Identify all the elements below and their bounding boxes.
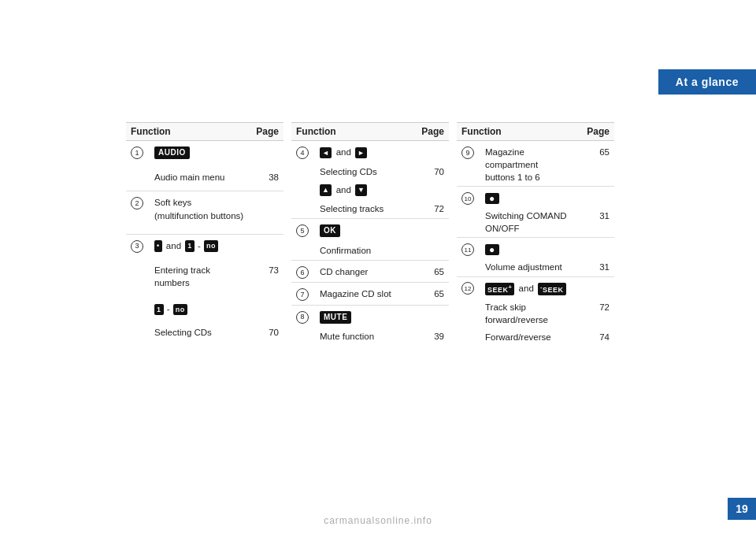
circle-11: 11 — [461, 243, 474, 256]
table-row: Volume adjustment 31 — [457, 258, 614, 276]
mag-comp-page: 65 — [582, 141, 614, 187]
table2-header-function: Function — [291, 123, 411, 141]
dash-text: - — [198, 241, 201, 250]
selecting-cds-page2: 70 — [411, 163, 449, 181]
table-row: 3 • and 1 - no — [126, 234, 284, 261]
table-row: Confirmation — [291, 242, 449, 261]
table-row: 1 AUDIO — [126, 141, 284, 169]
table1-header-function: Function — [126, 123, 251, 141]
table-row: 6 CD changer 65 — [291, 261, 449, 283]
table-row: 9 Magazine compartmentbuttons 1 to 6 65 — [457, 141, 614, 187]
selecting-cds-desc2: Selecting CDs — [315, 163, 411, 181]
table-row: Selecting tracks 72 — [291, 200, 449, 219]
track-skip-page: 72 — [582, 299, 614, 328]
and-text2: and — [336, 147, 351, 157]
mag-cd-slot-page: 65 — [411, 283, 449, 305]
table-row: 5 OK — [291, 219, 449, 242]
fwd-rev-desc: Forward/reverse — [480, 328, 582, 346]
no-badge: no — [204, 240, 218, 252]
mute-page: 39 — [411, 328, 449, 346]
table-1: Function Page 1 AUDIO Audio main menu 38… — [126, 122, 284, 346]
selecting-tracks-desc: Selecting tracks — [315, 200, 411, 219]
one-badge: 1 — [185, 240, 195, 252]
table-row: 8 MUTE — [291, 305, 449, 328]
and-text4: and — [519, 284, 534, 293]
circle-3: 3 — [131, 240, 143, 253]
page-number: 19 — [728, 498, 756, 520]
table-row: Forward/reverse 74 — [457, 328, 614, 346]
down-badge: ▼ — [355, 184, 367, 196]
vol-desc: Volume adjustment — [480, 258, 582, 276]
table-row: ▲ and ▼ — [291, 181, 449, 200]
table-row: 4 ◄ and ► — [291, 141, 449, 163]
confirmation-desc: Confirmation — [315, 242, 411, 261]
mag-comp-desc: Magazine compartmentbuttons 1 to 6 — [480, 141, 582, 187]
dash-text2: - — [167, 304, 170, 313]
selecting-cds-page1: 70 — [251, 324, 284, 347]
mag-cd-slot-desc: Magazine CD slot — [315, 283, 411, 305]
prev-badge: ◄ — [320, 147, 332, 159]
selecting-tracks-page: 72 — [411, 200, 449, 219]
vol-badge: ● — [485, 244, 499, 255]
fwd-rev-page: 74 — [582, 328, 614, 346]
comand-desc: Switching COMANDON/OFF — [480, 207, 582, 238]
circle-8: 8 — [296, 311, 309, 324]
audio-description: Audio main menu — [150, 169, 251, 191]
circle-5: 5 — [296, 224, 309, 237]
circle-4: 4 — [296, 146, 309, 159]
mute-badge: MUTE — [320, 311, 351, 324]
at-a-glance-banner: At a glance — [658, 69, 756, 95]
table-row: Mute function 39 — [291, 328, 449, 346]
table-row: 11 ● — [457, 238, 614, 258]
power-badge: ● — [485, 193, 499, 204]
vol-page: 31 — [582, 258, 614, 276]
track-skip-desc: Track skipforward/reverse — [480, 299, 582, 328]
cd-changer-desc: CD changer — [315, 261, 411, 283]
table-row: Selecting CDs 70 — [126, 324, 284, 347]
ok-badge: OK — [320, 224, 340, 237]
comand-page: 31 — [582, 207, 614, 238]
cd-changer-page: 65 — [411, 261, 449, 283]
table3-header-function: Function — [457, 123, 582, 141]
selecting-cds-desc1: Selecting CDs — [150, 324, 251, 347]
next-badge: ► — [355, 147, 367, 159]
circle-9: 9 — [461, 146, 474, 159]
table-row: 7 Magazine CD slot 65 — [291, 283, 449, 305]
table-row: Track skipforward/reverse 72 — [457, 299, 614, 328]
table-row: Switching COMANDON/OFF 31 — [457, 207, 614, 238]
table-row: Entering track numbers 73 — [126, 261, 284, 300]
table-row: 2 Soft keys(multifunction buttons) — [126, 191, 284, 234]
dot-badge: • — [154, 240, 162, 252]
table-row: Audio main menu 38 — [126, 169, 284, 191]
one-badge2: 1 — [154, 304, 164, 316]
circle-10: 10 — [461, 192, 474, 205]
table1-header-page: Page — [251, 123, 284, 141]
audio-badge: AUDIO — [154, 146, 190, 159]
circle-2: 2 — [131, 197, 143, 210]
table-row: Selecting CDs 70 — [291, 163, 449, 181]
table-row: 12 SEEK+ and -SEEK — [457, 276, 614, 299]
table-row: 10 ● — [457, 187, 614, 207]
track-numbers-page: 73 — [251, 261, 284, 300]
table-row: 1 - no — [126, 300, 284, 324]
softkeys-description: Soft keys(multifunction buttons) — [150, 191, 284, 234]
table3-header-page: Page — [582, 123, 614, 141]
table-2: Function Page 4 ◄ and ► Selecting CDs 70 — [291, 122, 449, 346]
circle-12: 12 — [461, 282, 474, 295]
seek-minus-badge: -SEEK — [538, 283, 566, 296]
and-text: and — [166, 241, 181, 250]
table-3: Function Page 9 Magazine compartmentbutt… — [457, 122, 614, 346]
seek-plus-badge: SEEK+ — [485, 283, 514, 296]
circle-6: 6 — [296, 266, 309, 279]
track-numbers-desc: Entering track numbers — [150, 261, 251, 300]
watermark: carmanualsonline.info — [324, 515, 432, 526]
circle-7: 7 — [296, 288, 309, 301]
up-badge: ▲ — [320, 184, 332, 196]
tables-container: Function Page 1 AUDIO Audio main menu 38… — [126, 122, 614, 346]
mute-desc: Mute function — [315, 328, 411, 346]
table2-header-page: Page — [411, 123, 449, 141]
no-badge2: no — [173, 304, 187, 316]
circle-1: 1 — [131, 146, 143, 159]
audio-page: 38 — [251, 169, 284, 191]
and-text3: and — [336, 185, 351, 195]
